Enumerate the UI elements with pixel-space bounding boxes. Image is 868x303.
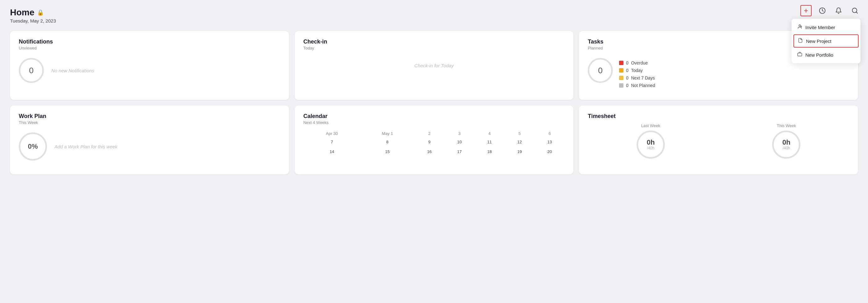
calendar-card: Calendar Next 4 Weeks Apr 30May 123456 7… bbox=[294, 105, 574, 174]
history-button[interactable] bbox=[817, 5, 828, 16]
invite-member-item[interactable]: Invite Member bbox=[792, 21, 861, 34]
notifications-card-title: Notifications bbox=[19, 38, 280, 45]
search-button[interactable] bbox=[849, 5, 861, 16]
checkin-empty-text: Check-in for Today bbox=[414, 63, 454, 68]
workplan-card-subtitle: This Week bbox=[19, 120, 280, 125]
workplan-empty-text: Add a Work Plan for this week bbox=[55, 144, 117, 149]
new-project-icon bbox=[798, 38, 803, 44]
calendar-card-subtitle: Next 4 Weeks bbox=[303, 120, 565, 125]
svg-line-2 bbox=[856, 12, 857, 13]
this-week-max: /40h bbox=[783, 146, 790, 150]
legend-item: 0 Not Planned bbox=[619, 83, 655, 88]
top-toolbar: + bbox=[800, 5, 861, 16]
legend-label: Today bbox=[631, 68, 643, 73]
workplan-card-body: 0% Add a Work Plan for this week bbox=[19, 132, 280, 161]
last-week-value: 0h bbox=[647, 139, 655, 146]
calendar-cell: 8 bbox=[361, 137, 414, 147]
timesheet-card: Timesheet Last Week 0h /40h This Week 0h… bbox=[579, 105, 858, 174]
new-project-item[interactable]: New Project bbox=[794, 34, 859, 47]
calendar-header-row: Apr 30May 123456 bbox=[303, 130, 565, 137]
page-date: Tuesday, May 2, 2023 bbox=[10, 18, 858, 24]
legend-label: Overdue bbox=[631, 60, 648, 65]
last-week-label: Last Week bbox=[641, 123, 660, 128]
calendar-table: Apr 30May 123456 78910111213141516171819… bbox=[303, 130, 565, 157]
calendar-cell: 14 bbox=[303, 147, 361, 157]
calendar-header-cell: 5 bbox=[504, 130, 534, 137]
workplan-card: Work Plan This Week 0% Add a Work Plan f… bbox=[10, 105, 289, 174]
main-content: Home 🔒 Tuesday, May 2, 2023 Notification… bbox=[0, 0, 868, 182]
this-week-circle: 0h /40h bbox=[772, 131, 800, 159]
last-week-col: Last Week 0h /40h bbox=[637, 123, 665, 159]
calendar-cell: 13 bbox=[534, 137, 565, 147]
calendar-body: 7891011121314151617181920 bbox=[303, 137, 565, 157]
timesheet-card-title: Timesheet bbox=[588, 113, 849, 120]
calendar-cell: 17 bbox=[444, 147, 474, 157]
new-portfolio-icon bbox=[797, 52, 802, 58]
notifications-card-subtitle: Unviewed bbox=[19, 46, 280, 50]
calendar-cell: 11 bbox=[474, 137, 504, 147]
calendar-cell: 7 bbox=[303, 137, 361, 147]
legend-item: 0 Next 7 Days bbox=[619, 75, 655, 80]
notifications-empty-text: No new Notifications bbox=[51, 68, 94, 73]
checkin-card: Check-in Today Check-in for Today bbox=[294, 31, 574, 100]
this-week-label: This Week bbox=[777, 123, 796, 128]
notifications-card-body: 0 No new Notifications bbox=[19, 58, 280, 83]
legend-item: 0 Today bbox=[619, 68, 655, 73]
invite-member-label: Invite Member bbox=[805, 25, 835, 30]
legend-item: 0 Overdue bbox=[619, 60, 655, 65]
legend-count: 0 bbox=[626, 60, 628, 65]
last-week-max: /40h bbox=[647, 146, 654, 150]
last-week-circle: 0h /40h bbox=[637, 131, 665, 159]
legend-dot bbox=[619, 83, 623, 88]
checkin-card-body: Check-in for Today bbox=[303, 63, 565, 68]
task-legend: 0 Overdue 0 Today 0 Next 7 Days 0 Not Pl… bbox=[619, 60, 655, 88]
new-portfolio-item[interactable]: New Portfolio bbox=[792, 48, 861, 61]
calendar-cell: 10 bbox=[444, 137, 474, 147]
calendar-card-title: Calendar bbox=[303, 113, 565, 120]
checkin-card-subtitle: Today bbox=[303, 46, 565, 50]
notifications-count-circle: 0 bbox=[19, 58, 44, 83]
calendar-header-cell: 2 bbox=[414, 130, 444, 137]
legend-count: 0 bbox=[626, 83, 628, 88]
add-dropdown-menu: Invite Member New Project New Portfolio bbox=[792, 19, 861, 63]
calendar-header-cell: 3 bbox=[444, 130, 474, 137]
calendar-cell: 18 bbox=[474, 147, 504, 157]
legend-count: 0 bbox=[626, 75, 628, 80]
calendar-header-cell: 6 bbox=[534, 130, 565, 137]
calendar-cell: 16 bbox=[414, 147, 444, 157]
notifications-card: Notifications Unviewed 0 No new Notifica… bbox=[10, 31, 289, 100]
calendar-cell: 19 bbox=[504, 147, 534, 157]
lock-icon: 🔒 bbox=[37, 9, 44, 16]
legend-dot bbox=[619, 61, 623, 65]
this-week-col: This Week 0h /40h bbox=[772, 123, 800, 159]
calendar-header-cell: Apr 30 bbox=[303, 130, 361, 137]
calendar-cell: 12 bbox=[504, 137, 534, 147]
invite-member-icon bbox=[797, 24, 802, 30]
page-header: Home 🔒 Tuesday, May 2, 2023 bbox=[10, 7, 858, 24]
legend-count: 0 bbox=[626, 68, 628, 73]
timesheet-columns: Last Week 0h /40h This Week 0h /40h bbox=[588, 123, 849, 159]
legend-dot bbox=[619, 68, 623, 73]
workplan-card-title: Work Plan bbox=[19, 113, 280, 120]
calendar-header-cell: 4 bbox=[474, 130, 504, 137]
cards-grid: Notifications Unviewed 0 No new Notifica… bbox=[10, 31, 858, 174]
add-button[interactable]: + bbox=[800, 5, 812, 16]
legend-dot bbox=[619, 76, 623, 80]
svg-rect-6 bbox=[798, 53, 802, 56]
calendar-cell: 20 bbox=[534, 147, 565, 157]
svg-point-3 bbox=[799, 25, 800, 26]
new-portfolio-label: New Portfolio bbox=[805, 52, 833, 58]
calendar-row: 78910111213 bbox=[303, 137, 565, 147]
calendar-header-cell: May 1 bbox=[361, 130, 414, 137]
page-title: Home 🔒 bbox=[10, 7, 858, 18]
new-project-label: New Project bbox=[806, 38, 831, 44]
this-week-value: 0h bbox=[782, 139, 790, 146]
checkin-card-title: Check-in bbox=[303, 38, 565, 45]
calendar-row: 14151617181920 bbox=[303, 147, 565, 157]
tasks-count-circle: 0 bbox=[588, 58, 613, 83]
calendar-cell: 15 bbox=[361, 147, 414, 157]
legend-label: Not Planned bbox=[631, 83, 655, 88]
workplan-percent-circle: 0% bbox=[19, 132, 47, 161]
notifications-button[interactable] bbox=[833, 5, 844, 16]
calendar-cell: 9 bbox=[414, 137, 444, 147]
